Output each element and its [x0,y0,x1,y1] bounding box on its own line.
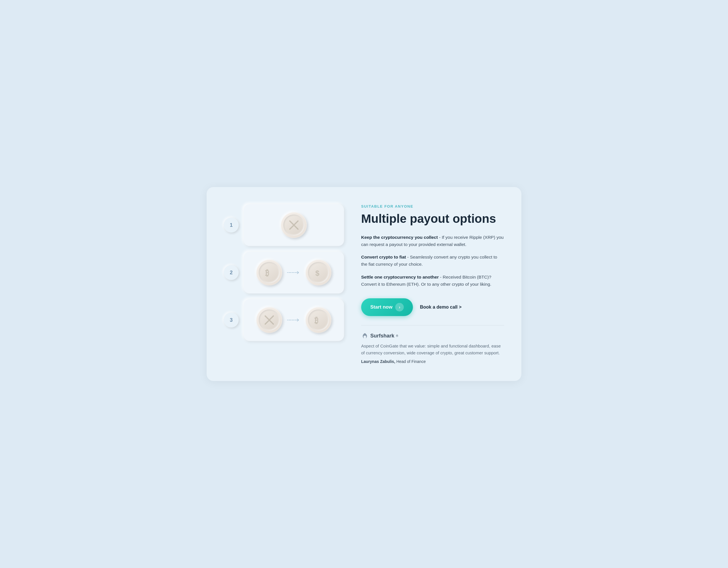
step-row-1: 1 [224,204,344,246]
feature-item-3: Settle one cryptocurrency to another - R… [361,274,504,288]
demo-link[interactable]: Book a demo call > [420,304,461,310]
svg-text:₿: ₿ [314,316,318,325]
coins-xrp [281,212,307,238]
start-now-label: Start now [370,304,392,310]
step-row-2: 2 ₿ [224,252,344,293]
testimonial-text: Aspect of CoinGate that we value: simple… [361,342,504,356]
left-column: 1 2 [224,204,344,341]
coin-xrp-2 [256,307,282,333]
feature-bold-1: Keep the cryptocurrency you collect [361,235,438,240]
surfshark-icon [361,332,369,340]
step-row-3: 3 [224,299,344,341]
right-column: SUITABLE FOR ANYONE Multiple payout opti… [361,204,504,363]
step-number-3: 3 [224,312,239,327]
subtitle-label: SUITABLE FOR ANYONE [361,204,504,209]
surfshark-logo: Surfshark® [361,332,398,340]
feature-item-2: Convert crypto to fiat - Seamlessly conv… [361,254,504,268]
cta-row: Start now › Book a demo call > [361,298,504,316]
step-card-2: ₿ [244,252,344,293]
arrow-xrp-btc [287,317,301,323]
coins-xrp-btc: ₿ [256,307,331,333]
divider [361,325,504,325]
testimonial-author-rest: Head of Finance [395,359,426,364]
feature-bold-2: Convert crypto to fiat [361,255,406,260]
feature-bold-3: Settle one cryptocurrency to another [361,275,439,280]
surfshark-name: Surfshark [370,333,394,339]
testimonial-brand: Surfshark® [361,332,504,340]
coin-xrp [281,212,307,238]
coins-btc-fiat: ₿ [256,260,331,285]
step-card-3: ₿ [244,299,344,341]
svg-text:$: $ [315,269,319,277]
surfshark-registered: ® [396,334,398,337]
step-number-1: 1 [224,218,239,233]
coin-btc: ₿ [256,260,282,285]
feature-item-1: Keep the cryptocurrency you collect - If… [361,234,504,248]
start-now-button[interactable]: Start now › [361,298,413,316]
coin-dollar: $ [306,260,331,285]
main-title: Multiple payout options [361,212,504,226]
arrow-btc-fiat [287,270,301,276]
step-number-2: 2 [224,265,239,280]
chevron-icon: › [395,303,404,311]
step-card-1 [244,204,344,246]
testimonial-author-bold: Laurynas Zabulis, [361,359,395,364]
main-card: 1 2 [207,187,521,381]
testimonial-author: Laurynas Zabulis, Head of Finance [361,359,504,364]
coin-btc-2: ₿ [306,307,331,333]
svg-text:₿: ₿ [265,269,269,278]
testimonial: Surfshark® Aspect of CoinGate that we va… [361,332,504,364]
